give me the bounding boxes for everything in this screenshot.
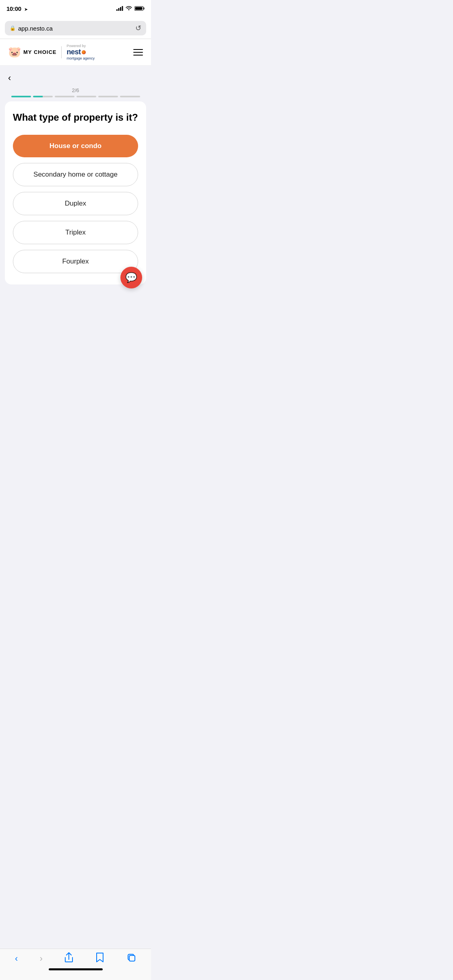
- refresh-button[interactable]: ↺: [135, 24, 141, 33]
- progress-seg-6: [120, 96, 140, 97]
- address-bar[interactable]: 🔒 app.nesto.ca ↺: [5, 21, 146, 35]
- progress-seg-4: [77, 96, 96, 97]
- logo-divider: [61, 46, 62, 58]
- hamburger-line-2: [133, 52, 143, 53]
- hamburger-line-1: [133, 49, 143, 50]
- nesto-dot-icon: [82, 50, 86, 54]
- option-fourplex[interactable]: Fourplex: [13, 250, 138, 273]
- progress-seg-5: [98, 96, 118, 97]
- hamburger-menu[interactable]: [133, 49, 143, 56]
- svg-rect-5: [135, 7, 143, 10]
- chat-fab-button[interactable]: 💬: [120, 267, 142, 288]
- location-arrow-icon: ➤: [24, 7, 28, 12]
- lock-icon: 🔒: [10, 25, 16, 31]
- address-url: app.nesto.ca: [18, 25, 53, 32]
- nesto-brand: nest: [66, 48, 95, 56]
- svg-rect-0: [116, 9, 118, 11]
- status-icons: [116, 5, 145, 12]
- hamburger-line-3: [133, 55, 143, 56]
- svg-rect-2: [120, 7, 121, 11]
- svg-rect-3: [122, 6, 123, 11]
- progress-seg-2: [33, 96, 53, 97]
- address-bar-container: 🔒 app.nesto.ca ↺: [0, 18, 151, 39]
- svg-rect-1: [118, 8, 120, 11]
- nesto-text: nest: [66, 48, 81, 56]
- option-triplex[interactable]: Triplex: [13, 221, 138, 244]
- option-secondary-home[interactable]: Secondary home or cottage: [13, 163, 138, 186]
- mortgage-text: mortgage agency: [66, 56, 95, 60]
- my-choice-text: MY CHOICE: [23, 49, 56, 55]
- progress-seg-3: [55, 96, 74, 97]
- chat-fab-icon: 💬: [125, 272, 137, 283]
- question-card: What type of property is it? House or co…: [5, 101, 146, 284]
- main-content: ‹ 2/6 What type of property is it? House…: [0, 66, 151, 307]
- status-time-area: 10:00 ➤: [6, 5, 28, 12]
- progress-bars: [11, 96, 140, 97]
- logo-area: 🐷 MY CHOICE Powered by nest mortgage age…: [8, 44, 95, 60]
- question-title: What type of property is it?: [13, 111, 138, 124]
- status-bar: 10:00 ➤: [0, 0, 151, 18]
- option-duplex[interactable]: Duplex: [13, 192, 138, 215]
- battery-icon: [134, 5, 145, 12]
- svg-rect-6: [144, 8, 145, 10]
- piggy-icon: 🐷: [8, 46, 21, 58]
- progress-area: 2/6: [0, 87, 151, 101]
- nesto-logo-area: Powered by nest mortgage agency: [66, 44, 95, 60]
- header: 🐷 MY CHOICE Powered by nest mortgage age…: [0, 39, 151, 66]
- powered-by-text: Powered by: [66, 44, 95, 48]
- progress-label: 2/6: [72, 87, 79, 93]
- wifi-icon: [126, 5, 132, 12]
- my-choice-logo: 🐷 MY CHOICE: [8, 46, 56, 58]
- options-list: House or condo Secondary home or cottage…: [13, 135, 138, 273]
- signal-icon: [116, 5, 123, 12]
- status-time: 10:00: [6, 5, 21, 12]
- back-button[interactable]: ‹: [8, 73, 11, 83]
- back-area: ‹: [0, 66, 151, 87]
- progress-seg-1: [11, 96, 31, 97]
- option-house-condo[interactable]: House or condo: [13, 135, 138, 157]
